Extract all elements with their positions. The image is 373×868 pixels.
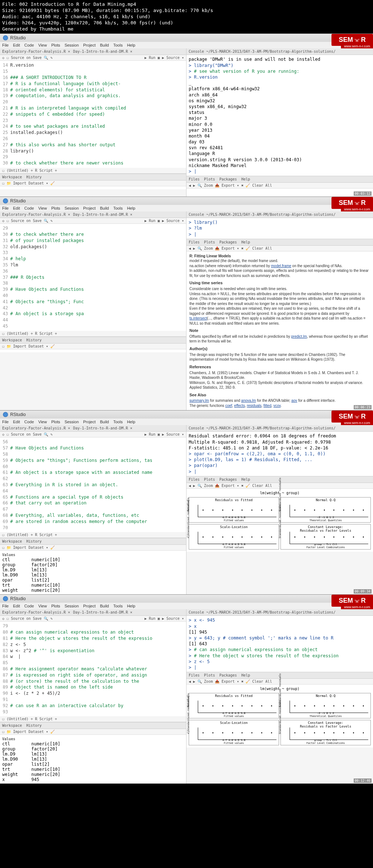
code-editor[interactable]: 2930# to check whether there are31# of y… bbox=[0, 224, 186, 331]
menu-session[interactable]: Session bbox=[64, 420, 79, 424]
menu-build[interactable]: Build bbox=[100, 604, 109, 608]
menu-project[interactable]: Project bbox=[83, 604, 95, 608]
console[interactable]: > library()> ?lm> | bbox=[186, 218, 373, 239]
menu-plots[interactable]: Plots bbox=[51, 43, 60, 47]
ws-tab[interactable]: Workspace bbox=[2, 724, 22, 728]
menu-project[interactable]: Project bbox=[83, 43, 95, 47]
ws-tab[interactable]: History bbox=[26, 338, 42, 342]
menu-edit[interactable]: Edit bbox=[13, 43, 20, 47]
menu-project[interactable]: Project bbox=[83, 206, 95, 210]
source-tab[interactable]: Exploratory-Factor-Analysis.R × bbox=[2, 213, 70, 217]
source-tab[interactable]: Exploratory-Factor-Analysis.R × bbox=[2, 49, 70, 53]
code-editor[interactable]: 14R.version1516### A SHORT INTRODUCTION … bbox=[0, 61, 186, 168]
ws-row[interactable]: lm.D90lm[13] bbox=[2, 572, 184, 578]
menu-help[interactable]: Help bbox=[127, 420, 136, 424]
ws-row[interactable]: groupfactor[20] bbox=[2, 562, 184, 567]
source-on-save[interactable]: ◇ ☐ Source on Save 🔍 ✎ bbox=[2, 219, 52, 223]
code-editor[interactable]: 7980# can assign numerical expressions t… bbox=[0, 622, 186, 716]
menu-plots[interactable]: Plots bbox=[51, 420, 60, 424]
ws-row[interactable]: groupfactor[20] bbox=[2, 746, 184, 752]
menu-code[interactable]: Code bbox=[24, 420, 34, 424]
menu-view[interactable]: View bbox=[38, 43, 47, 47]
menu-tools[interactable]: Tools bbox=[113, 206, 123, 210]
ws-row[interactable]: lm.D9lm[13] bbox=[2, 752, 184, 757]
files-tab[interactable]: Packages bbox=[219, 240, 237, 244]
ws-row[interactable]: x945 bbox=[2, 777, 184, 782]
source-on-save[interactable]: ◇ ☐ Source on Save 🔍 ✎ bbox=[2, 56, 52, 60]
ws-row[interactable]: trtnumeric[10] bbox=[2, 767, 184, 772]
workspace-toolbar[interactable]: ☐ 📁 Import Dataset ▾ 🧹 bbox=[0, 344, 186, 349]
source-on-save[interactable]: ◇ ☐ Source on Save 🔍 ✎ bbox=[2, 432, 52, 436]
source-tab[interactable]: Exploratory-Factor-Analysis.R × bbox=[2, 426, 70, 430]
files-tab[interactable]: Files bbox=[189, 240, 200, 244]
source-tab[interactable]: Exploratory-Factor-Analysis.R × bbox=[2, 610, 70, 614]
workspace-toolbar[interactable]: ☐ 📁 Import Dataset ▾ 🧹 bbox=[0, 729, 186, 735]
plots-toolbar[interactable]: ◀ ▶ 🔍 Zoom 📤 Export ▾ ✖ 🧹 Clear All bbox=[186, 246, 373, 251]
ws-row[interactable]: weightnumeric[20] bbox=[2, 772, 184, 777]
files-tab[interactable]: Help bbox=[241, 477, 250, 481]
menu-edit[interactable]: Edit bbox=[13, 206, 20, 210]
files-tab[interactable]: Files bbox=[189, 177, 200, 181]
menu-view[interactable]: View bbox=[38, 206, 47, 210]
menu-help[interactable]: Help bbox=[127, 604, 136, 608]
menu-plots[interactable]: Plots bbox=[51, 604, 60, 608]
ws-row[interactable]: trtnumeric[10] bbox=[2, 583, 184, 588]
menu-project[interactable]: Project bbox=[83, 420, 95, 424]
menu-code[interactable]: Code bbox=[24, 206, 34, 210]
run-source-buttons[interactable]: ▶ Run ▣ ▶ Source ▾ bbox=[145, 219, 184, 223]
files-tab[interactable]: Packages bbox=[219, 477, 237, 481]
menu-code[interactable]: Code bbox=[24, 43, 34, 47]
ws-tab[interactable]: History bbox=[26, 724, 42, 728]
menu-code[interactable]: Code bbox=[24, 604, 34, 608]
ws-tab[interactable]: History bbox=[26, 539, 42, 543]
menu-build[interactable]: Build bbox=[100, 206, 109, 210]
console[interactable]: > x <- 945> x[1] 945> y = 643; y # comme… bbox=[186, 616, 373, 672]
files-tab[interactable]: Plots bbox=[204, 673, 215, 677]
ws-row[interactable]: ctlnumeric[10] bbox=[2, 557, 184, 562]
menu-session[interactable]: Session bbox=[64, 43, 79, 47]
files-tab[interactable]: Packages bbox=[219, 673, 237, 677]
files-tab[interactable]: Files bbox=[189, 477, 200, 481]
menu-session[interactable]: Session bbox=[64, 206, 79, 210]
menu-file[interactable]: File bbox=[2, 43, 9, 47]
ws-tab[interactable]: History bbox=[26, 175, 42, 179]
menu-session[interactable]: Session bbox=[64, 604, 79, 608]
menu-view[interactable]: View bbox=[38, 604, 47, 608]
menu-plots[interactable]: Plots bbox=[51, 206, 60, 210]
files-tab[interactable]: Packages bbox=[219, 177, 237, 181]
menu-help[interactable]: Help bbox=[127, 206, 136, 210]
source-tab[interactable]: Day-1-Intro-to-R-and-DM.R × bbox=[73, 610, 133, 614]
files-tab[interactable]: Plots bbox=[204, 177, 215, 181]
console[interactable]: package 'DMwR' is in use and will not be… bbox=[186, 55, 373, 176]
help-pane[interactable]: R: Fitting Linear Modelsmodel if request… bbox=[186, 251, 373, 411]
workspace-toolbar[interactable]: ☐ 📁 Import Dataset ▾ 🧹 bbox=[0, 181, 186, 186]
ws-tab[interactable]: Workspace bbox=[2, 338, 22, 342]
ws-row[interactable]: lm.D90lm[13] bbox=[2, 757, 184, 762]
run-source-buttons[interactable]: ▶ Run ▣ ▶ Source ▾ bbox=[145, 617, 184, 621]
source-tab[interactable]: Day-1-Intro-to-R-and-DM.R × bbox=[73, 213, 133, 217]
files-tab[interactable]: Help bbox=[241, 177, 250, 181]
plots-toolbar[interactable]: ◀ ▶ 🔍 Zoom 📤 Export ▾ ✖ 🧹 Clear All bbox=[186, 183, 373, 189]
ws-tab[interactable]: Workspace bbox=[2, 539, 22, 543]
run-source-buttons[interactable]: ▶ Run ▣ ▶ Source ▾ bbox=[145, 432, 184, 436]
menu-build[interactable]: Build bbox=[100, 420, 109, 424]
menu-tools[interactable]: Tools bbox=[113, 604, 123, 608]
ws-tab[interactable]: Workspace bbox=[2, 175, 22, 179]
files-tab[interactable]: Help bbox=[241, 673, 250, 677]
menu-file[interactable]: File bbox=[2, 206, 9, 210]
source-tab[interactable]: Day-1-Intro-to-R-and-DM.R × bbox=[73, 49, 133, 53]
ws-row[interactable]: oparlist[2] bbox=[2, 578, 184, 583]
run-source-buttons[interactable]: ▶ Run ▣ ▶ Source ▾ bbox=[145, 56, 184, 60]
menu-view[interactable]: View bbox=[38, 420, 47, 424]
files-tab[interactable]: Files bbox=[189, 673, 200, 677]
files-tab[interactable]: Plots bbox=[204, 477, 215, 481]
ws-row[interactable]: ctlnumeric[10] bbox=[2, 741, 184, 746]
console[interactable]: Residual standard error: 0.6964 on 18 de… bbox=[186, 432, 373, 476]
files-tab[interactable]: Help bbox=[241, 240, 250, 244]
files-tab[interactable]: Plots bbox=[204, 240, 215, 244]
menu-edit[interactable]: Edit bbox=[13, 420, 20, 424]
ws-row[interactable]: weightnumeric[20] bbox=[2, 588, 184, 593]
menu-tools[interactable]: Tools bbox=[113, 420, 123, 424]
workspace-toolbar[interactable]: ☐ 📁 Import Dataset ▾ 🧹 bbox=[0, 545, 186, 551]
menu-build[interactable]: Build bbox=[100, 43, 109, 47]
